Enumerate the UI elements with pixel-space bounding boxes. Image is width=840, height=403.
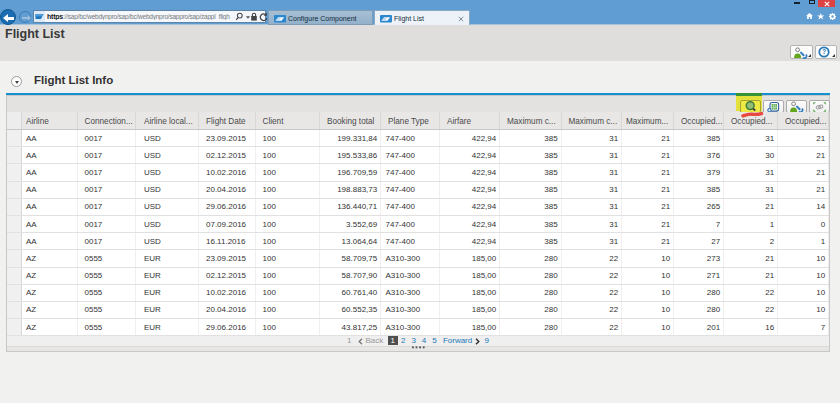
svg-text:?: ? <box>822 48 826 55</box>
